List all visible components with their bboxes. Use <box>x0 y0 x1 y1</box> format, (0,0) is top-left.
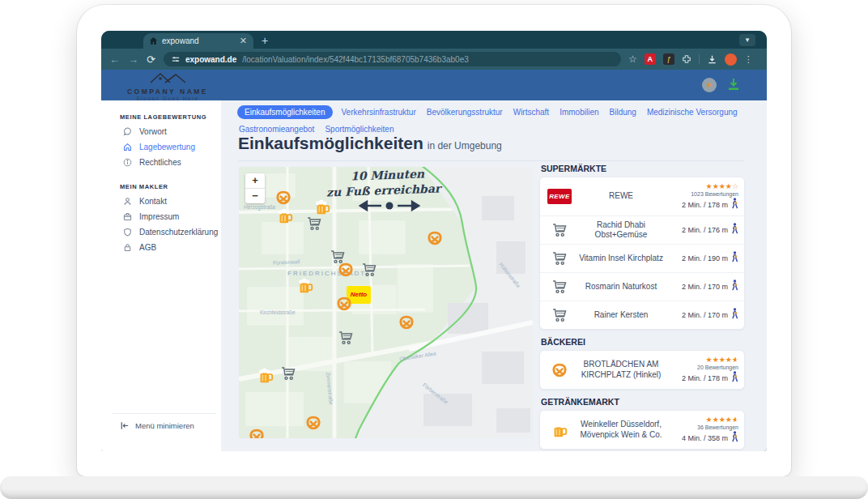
walker-icon <box>731 223 738 237</box>
tab-search-chevron-button[interactable]: ▾ <box>739 34 755 46</box>
tab-immobilien[interactable]: Immobilien <box>558 105 600 119</box>
beer-icon <box>546 421 573 439</box>
briefcase-icon <box>122 212 132 221</box>
user-icon <box>122 197 132 206</box>
rewe-logo: REWE <box>546 189 573 204</box>
page-title-main: Einkaufsmöglichkeiten <box>238 134 423 152</box>
reload-icon[interactable]: ⟳ <box>147 53 155 66</box>
poi-card: BROTLÄDCHEN AM KIRCHPLATZ (Hinkel)★★★★☆★… <box>539 350 745 390</box>
pdf-extension-icon[interactable]: A <box>645 53 656 65</box>
poi-meta: 2 Min. / 176 m <box>669 223 738 237</box>
download-report-icon[interactable] <box>726 77 741 95</box>
street-label: Kirchfeldstraße <box>260 309 296 315</box>
map-marker-pretzel[interactable] <box>335 295 353 313</box>
poi-meta: 2 Min. / 170 m <box>669 279 738 294</box>
map-marker-pretzel[interactable] <box>426 229 444 247</box>
walk-radius-arrows-icon <box>359 199 420 212</box>
sidebar: Menü minimieren MEINE LAGEBEWERTUNGVorwo… <box>101 100 221 451</box>
poi-meta: ★★★★☆ 1023 Bewertungen 2 Min. / 178 m <box>669 181 738 212</box>
poi-row[interactable]: REWEREWE★★★★☆ 1023 Bewertungen 2 Min. / … <box>540 177 744 215</box>
sidebar-item-label: Kontakt <box>139 197 167 206</box>
browser-tab[interactable]: expowand ✕ <box>143 33 253 49</box>
poi-card: REWEREWE★★★★☆ 1023 Bewertungen 2 Min. / … <box>539 177 745 330</box>
poi-row[interactable]: BROTLÄDCHEN AM KIRCHPLATZ (Hinkel)★★★★☆★… <box>540 351 744 389</box>
profile-avatar[interactable] <box>725 53 737 66</box>
sidebar-item-datenschutzerkl-rung[interactable]: Datenschutzerklärung <box>101 224 221 240</box>
poi-row[interactable]: Rachid Dhabi Obst+Gemüse 2 Min. / 176 m <box>540 215 744 244</box>
title-divider <box>238 160 744 161</box>
browser-menu-icon[interactable]: ⋮ <box>744 54 753 65</box>
script-extension-icon[interactable]: ƒ <box>663 53 674 65</box>
poi-row[interactable]: Rainer Kersten 2 Min. / 170 m <box>540 301 744 329</box>
map-marker-pretzel[interactable] <box>398 313 415 331</box>
poi-row[interactable]: Vitamin Insel Kirchplatz 2 Min. / 190 m <box>540 244 744 272</box>
bookmark-star-icon[interactable]: ☆ <box>628 53 637 65</box>
sidebar-item-label: Rechtliches <box>139 158 181 167</box>
map-marker-pretzel[interactable] <box>304 414 322 432</box>
map-marker-pretzel[interactable] <box>274 189 292 207</box>
sidebar-item-kontakt[interactable]: Kontakt <box>101 194 221 209</box>
poi-section-title: SUPERMÄRKTE <box>541 164 745 173</box>
map-marker-beer[interactable] <box>276 207 294 225</box>
sidebar-item-rechtliches[interactable]: Rechtliches <box>101 155 221 170</box>
sidebar-section-title: MEINE LAGEBEWERTUNG <box>120 113 221 121</box>
map-marker-pretzel[interactable] <box>337 261 355 279</box>
theme-toggle-sun-icon[interactable]: ☀ <box>702 78 717 92</box>
zoom-in-button[interactable]: + <box>245 173 265 188</box>
toolbar-separator <box>699 54 700 64</box>
menu-minimize-label: Menü minimieren <box>135 421 194 430</box>
map-marker-beer[interactable] <box>257 367 274 385</box>
tab-bildung[interactable]: Bildung <box>608 105 638 119</box>
map-marker-cart[interactable] <box>361 262 379 279</box>
menu-minimize-button[interactable]: Menü minimieren <box>121 421 194 430</box>
forward-icon[interactable]: → <box>128 53 138 66</box>
sidebar-item-label: Datenschutzerklärung <box>139 228 218 237</box>
map-marker-cart[interactable] <box>306 215 324 233</box>
poi-meta: 2 Min. / 190 m <box>669 251 738 266</box>
sidebar-item-lagebewertung[interactable]: Lagebewertung <box>101 139 221 155</box>
poi-panel: SUPERMÄRKTEREWEREWE★★★★☆ 1023 Bewertunge… <box>539 164 745 451</box>
poi-distance: 2 Min. / 170 m <box>669 279 738 294</box>
info-icon <box>122 158 132 167</box>
poi-card: Weinkeller Düsseldorf, Mövenpick Wein & … <box>539 410 745 450</box>
back-icon[interactable]: ← <box>109 53 120 66</box>
star-rating: ★★★★☆ <box>669 181 738 190</box>
poi-row[interactable]: Rosmarin Naturkost 2 Min. / 170 m <box>540 272 744 301</box>
sidebar-item-label: Impressum <box>139 212 179 221</box>
extensions-puzzle-icon[interactable] <box>682 54 691 64</box>
page-title-sub: in der Umgebung <box>428 140 502 151</box>
new-tab-button[interactable]: + <box>262 33 268 48</box>
sidebar-item-agb[interactable]: AGB <box>101 240 221 255</box>
map[interactable]: + − 10 Minuten zu Fuß erreichbar <box>239 167 533 438</box>
map-marker-cart[interactable] <box>280 365 298 383</box>
poi-row[interactable]: Weinkeller Düsseldorf, Mövenpick Wein & … <box>540 411 744 449</box>
expowand-page: COMPANY NAME Slogan Goes Here ☀ <box>101 70 767 451</box>
sidebar-item-impressum[interactable]: Impressum <box>101 209 221 224</box>
poi-distance: 2 Min. / 176 m <box>669 223 738 237</box>
poi-name: Rosmarin Naturkost <box>573 282 669 292</box>
site-header: COMPANY NAME Slogan Goes Here ☀ <box>101 70 767 100</box>
map-marker-pretzel[interactable] <box>248 427 266 438</box>
map-marker-cart[interactable] <box>338 330 355 348</box>
tab-close-icon[interactable]: ✕ <box>240 36 247 46</box>
laptop-bezel: expowand ✕ + ▾ ← → ⟳ expowand <box>77 5 791 476</box>
poi-section-title: BÄCKEREI <box>541 337 745 347</box>
review-count: 20 Bewertungen <box>669 364 738 371</box>
browser-window: expowand ✕ + ▾ ← → ⟳ expowand <box>101 31 767 451</box>
map-marker-beer[interactable] <box>296 277 314 295</box>
map-marker-beer[interactable] <box>313 198 331 216</box>
sidebar-item-label: AGB <box>139 243 156 252</box>
tab-wirtschaft[interactable]: Wirtschaft <box>512 105 551 119</box>
tab-bev-lkerungsstruktur[interactable]: Bevölkerungsstruktur <box>425 105 504 119</box>
tab-verkehrsinfrastruktur[interactable]: Verkehrsinfrastruktur <box>340 105 418 119</box>
poi-name: BROTLÄDCHEN AM KIRCHPLATZ (Hinkel) <box>573 360 669 380</box>
map-zoom-control: + − <box>245 173 265 203</box>
sidebar-item-label: Lagebewertung <box>139 143 195 151</box>
downloads-icon[interactable] <box>707 54 717 65</box>
tab-einkaufsm-glichkeiten[interactable]: Einkaufsmöglichkeiten <box>237 105 333 119</box>
zoom-out-button[interactable]: − <box>245 188 265 203</box>
sidebar-item-vorwort[interactable]: Vorwort <box>101 124 221 139</box>
tab-medizinische-versorgung[interactable]: Medizinische Versorgung <box>645 105 739 119</box>
url-bar[interactable]: expowand.de/locationValuation/index/542f… <box>164 52 621 66</box>
site-settings-icon[interactable] <box>172 52 180 66</box>
